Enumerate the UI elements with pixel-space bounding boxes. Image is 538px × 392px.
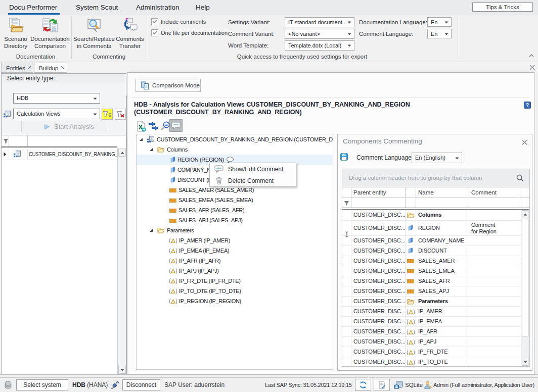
scrollbar-thumb[interactable]	[522, 219, 528, 336]
parent-entity-cell: CUSTOMER_DISC...	[351, 347, 406, 357]
grid-body: CUSTOMER_DISC... Columns CUSTOMER_DISC..…	[342, 210, 529, 366]
grid-row-ip-fr-dte[interactable]: CUSTOMER_DISC... IP_FR_DTE	[342, 347, 529, 357]
excel-export-icon[interactable]	[136, 121, 146, 132]
documentation-comparison-button[interactable]: DocumentationComparison	[29, 17, 71, 50]
entity-grid-filter-row[interactable]	[2, 135, 117, 147]
comparison-mode-button[interactable]: Comparison Mode	[136, 79, 201, 92]
grid-row-columns[interactable]: CUSTOMER_DISC... Columns	[342, 210, 529, 221]
scroll-up-button[interactable]	[118, 149, 126, 157]
comment-language-dropdown[interactable]: En (English)	[412, 153, 462, 163]
tree-row-ip-apj[interactable]: IP_APJ (IP_APJ)	[137, 266, 333, 276]
transfer-icon[interactable]	[149, 122, 159, 131]
menu-tab-administration[interactable]: Administration	[136, 0, 180, 15]
comments-transfer-button[interactable]: CommentsTransfer	[114, 17, 146, 50]
search-replace-comments-button[interactable]: Search/Replacein Comments	[73, 17, 115, 50]
grid-row-discount[interactable]: CUSTOMER_DISC... DISCOUNT	[342, 246, 529, 256]
scroll-down-button[interactable]	[118, 366, 126, 374]
grid-row-sales-afr[interactable]: CUSTOMER_DISC... SALES_AFR	[342, 276, 529, 286]
scroll-up-button[interactable]	[522, 210, 528, 218]
start-analysis-button[interactable]: Start Analysis	[21, 121, 107, 132]
tree-row-label: SALES_AFR (SALES_AFR)	[178, 207, 244, 213]
group-by-panel[interactable]: Drag a column header here to group by th…	[342, 169, 529, 187]
close-panel-icon[interactable]	[522, 139, 527, 145]
parameter-icon	[406, 359, 416, 366]
comment-language-dropdown[interactable]: En	[427, 29, 452, 38]
entity-row[interactable]: CUSTOMER_DISCOUNT_BY_RANKING_AND_REGION	[2, 149, 117, 160]
menu-tab-system-scout[interactable]: System Scout	[76, 0, 118, 15]
grid-row-ip-afr[interactable]: CUSTOMER_DISC... IP_AFR	[342, 327, 529, 337]
tips-and-tricks-button[interactable]: Tips & Tricks	[472, 3, 533, 12]
settings-variant-dropdown[interactable]: IT standard document...	[285, 17, 354, 27]
search-zoom-icon[interactable]	[161, 121, 170, 130]
tab-buildup[interactable]: Buildup	[34, 63, 67, 73]
tree-row-parameters[interactable]: Parameters	[137, 225, 333, 235]
tree-row-root[interactable]: CUSTOMER_DISCOUNT_BY_RANKING_AND_REGION …	[137, 134, 333, 144]
menu-tab-help[interactable]: Help	[196, 0, 210, 15]
grid-row-ip-to-dte[interactable]: CUSTOMER_DISC... IP_TO_DTE	[342, 357, 529, 366]
word-template-dropdown[interactable]: Template.dotx (Local)	[285, 40, 354, 51]
expander-icon[interactable]	[149, 148, 153, 152]
save-icon[interactable]	[340, 153, 348, 161]
tab-entities[interactable]: Entities	[1, 63, 33, 73]
scenario-directory-button[interactable]: ScenarioDirectory	[1, 17, 30, 50]
folder-icon	[407, 298, 415, 305]
close-icon[interactable]	[27, 66, 31, 70]
menu-item-delete-comment[interactable]: Delete Comment	[210, 175, 296, 186]
tree-row-sales-apj[interactable]: SALES_APJ (SALES_APJ)	[137, 215, 333, 225]
tree-row-label: CUSTOMER_DISCOUNT_BY_RANKING_AND_REGION …	[157, 136, 333, 142]
filter-cell[interactable]	[521, 198, 529, 208]
menu-item-show-edit-comment[interactable]: Show/Edit Comment	[210, 164, 296, 175]
include-comments-checkbox[interactable]	[151, 18, 158, 25]
entity-type-dropdown[interactable]: Calculation Views	[13, 109, 100, 119]
documentation-language-dropdown[interactable]: En	[427, 17, 452, 27]
grid-row-ip-apj[interactable]: CUSTOMER_DISC... IP_APJ	[342, 337, 529, 347]
select-system-button[interactable]: Select system	[16, 379, 68, 390]
filter-button[interactable]	[102, 109, 113, 120]
tree-row-columns[interactable]: Columns	[137, 144, 333, 155]
filter-cell[interactable]	[469, 198, 521, 208]
grid-row-sales-emea[interactable]: CUSTOMER_DISC... SALES_EMEA	[342, 266, 529, 276]
grid-filter-row[interactable]	[342, 198, 529, 208]
close-icon[interactable]	[61, 66, 65, 70]
grid-row-parameters[interactable]: CUSTOMER_DISC... Parameters	[342, 297, 529, 307]
tree-row-ip-region[interactable]: IP_REGION (IP_REGION)	[137, 296, 333, 306]
tree-row-ip-afr[interactable]: IP_AFR (IP_AFR)	[137, 256, 333, 266]
parent-entity-column-header[interactable]: Parent entity	[351, 187, 406, 198]
grid-scrollbar[interactable]	[521, 210, 529, 366]
grid-row-company-name[interactable]: CUSTOMER_DISC... COMPANY_NAME	[342, 236, 529, 246]
disconnect-button[interactable]: Disconnect	[122, 379, 160, 390]
comment-variant-dropdown[interactable]: <No variant>	[285, 29, 354, 39]
filter-cell[interactable]	[416, 198, 469, 208]
system-dropdown[interactable]: HDB	[13, 93, 100, 104]
icon-column-header[interactable]	[406, 187, 416, 198]
grid-row-ip-amer[interactable]: CUSTOMER_DISC... IP_AMER	[342, 307, 529, 317]
tree-row-ip-fr-dte[interactable]: IP_FR_DTE (IP_FR_DTE)	[137, 276, 333, 286]
help-icon[interactable]	[524, 102, 531, 109]
scroll-down-button[interactable]	[522, 358, 528, 366]
comments-toggle-button[interactable]	[169, 119, 183, 132]
tree-row-sales-afr[interactable]: SALES_AFR (SALES_AFR)	[137, 205, 333, 215]
tree-row-ip-emea[interactable]: IP_EMEA (IP_EMEA)	[137, 246, 333, 256]
name-column-header[interactable]: Name	[416, 187, 469, 198]
one-file-per-documentation-checkbox[interactable]	[151, 29, 158, 36]
expander-icon[interactable]	[139, 137, 143, 141]
close-document-icon[interactable]	[529, 65, 535, 70]
word-template-label: Word Template:	[228, 40, 268, 51]
entity-grid-scrollbar[interactable]	[117, 149, 126, 374]
filter-cell[interactable]	[406, 198, 416, 208]
refresh-button[interactable]	[355, 379, 371, 391]
log-button[interactable]	[374, 379, 390, 391]
grid-row-sales-apj[interactable]: CUSTOMER_DISC... SALES_APJ	[342, 286, 529, 297]
tree-row-sales-emea[interactable]: SALES_EMEA (SALES_EMEA)	[137, 195, 333, 205]
grid-row-ip-emea[interactable]: CUSTOMER_DISC... IP_EMEA	[342, 317, 529, 327]
search-icon[interactable]	[516, 174, 524, 182]
tree-row-ip-amer[interactable]: IP_AMER (IP_AMER)	[137, 235, 333, 246]
comment-column-header[interactable]: Comment	[469, 187, 521, 198]
clear-filter-button[interactable]	[115, 109, 126, 120]
grid-row-region[interactable]: CUSTOMER_DISC... REGION Comment for Regi…	[342, 221, 529, 236]
tree-row-ip-to-dte[interactable]: IP_TO_DTE (IP_TO_DTE)	[137, 286, 333, 296]
filter-cell[interactable]	[351, 198, 406, 208]
expander-icon[interactable]	[149, 228, 153, 232]
grid-row-sales-amer[interactable]: CUSTOMER_DISC... SALES_AMER	[342, 256, 529, 266]
collapse-ribbon-icon[interactable]	[529, 54, 534, 57]
